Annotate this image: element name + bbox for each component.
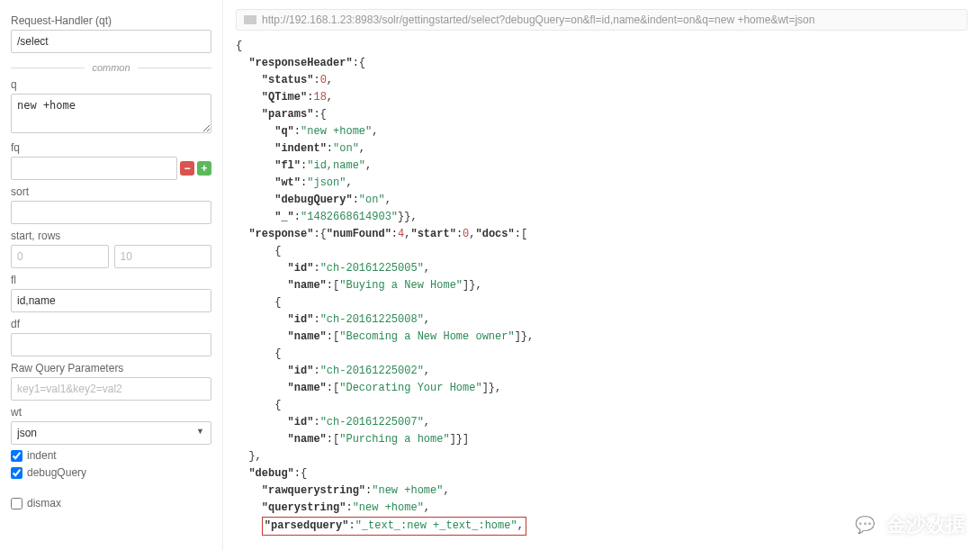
result-panel: http://192.168.1.23:8983/solr/gettingsta… — [223, 0, 980, 550]
json-output: { "responseHeader":{ "status":0, "QTime"… — [236, 38, 967, 536]
common-divider: common — [11, 62, 211, 73]
add-fq-button[interactable]: + — [197, 161, 211, 176]
fl-label: fl — [11, 274, 211, 286]
start-rows-label: start, rows — [11, 230, 211, 242]
watermark-text: 金沙数据 — [886, 511, 966, 538]
chat-icon: 💬 — [850, 510, 879, 539]
df-input[interactable] — [11, 333, 211, 356]
divider-label: common — [85, 62, 137, 73]
rawquery-label: Raw Query Parameters — [11, 362, 211, 374]
start-input[interactable] — [11, 245, 109, 268]
fq-label: fq — [11, 141, 211, 154]
dismax-label: dismax — [27, 497, 61, 509]
fl-input[interactable] — [11, 289, 211, 312]
query-sidebar: Request-Handler (qt) common q new +home … — [0, 0, 223, 550]
fq-input[interactable] — [11, 157, 177, 180]
q-input[interactable]: new +home — [11, 94, 211, 133]
q-label: q — [11, 78, 211, 91]
debugquery-checkbox[interactable] — [11, 467, 22, 479]
watermark: 💬 金沙数据 — [850, 510, 966, 539]
rows-input[interactable] — [114, 245, 212, 268]
qt-label: Request-Handler (qt) — [11, 14, 211, 27]
qt-input[interactable] — [11, 30, 211, 53]
debugquery-label: debugQuery — [27, 466, 86, 479]
df-label: df — [11, 318, 211, 330]
link-icon — [244, 15, 256, 24]
sort-input[interactable] — [11, 201, 211, 224]
indent-label: indent — [27, 449, 57, 462]
url-bar: http://192.168.1.23:8983/solr/gettingsta… — [236, 9, 967, 31]
indent-checkbox[interactable] — [11, 450, 22, 462]
rawquery-input[interactable] — [11, 377, 211, 401]
url-link[interactable]: http://192.168.1.23:8983/solr/gettingsta… — [262, 14, 814, 26]
sort-label: sort — [11, 185, 211, 198]
wt-select[interactable] — [11, 421, 211, 445]
remove-fq-button[interactable]: − — [180, 161, 194, 176]
dismax-checkbox[interactable] — [11, 498, 22, 509]
wt-label: wt — [11, 406, 211, 419]
